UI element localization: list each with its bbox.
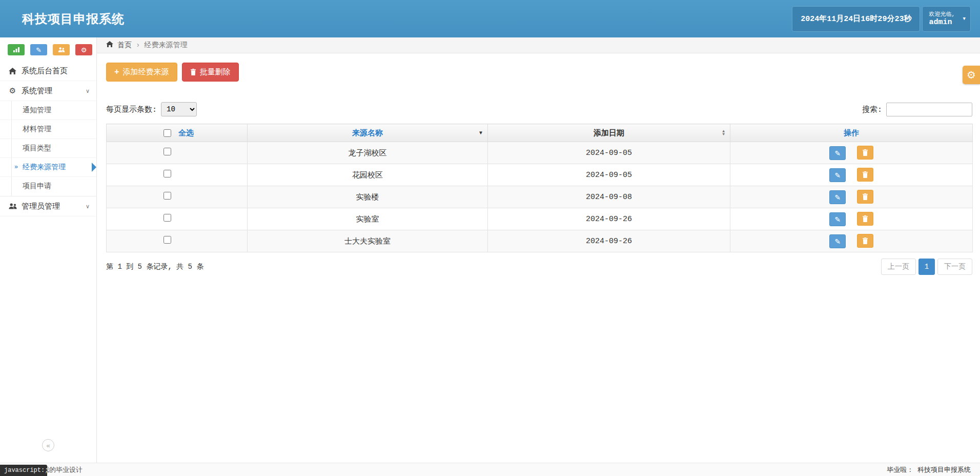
footer-system-name: 毕业啦： 科技项目申报系统 (887, 465, 971, 474)
sidebar-group-label: 管理员管理 (22, 202, 60, 211)
edit-button[interactable]: ✎ (829, 168, 846, 182)
chart-icon (13, 47, 19, 52)
breadcrumb-current: 经费来源管理 (144, 41, 187, 50)
sidebar-group-system[interactable]: ⚙ 系统管理 ∨ (0, 81, 96, 101)
row-checkbox[interactable] (164, 148, 171, 155)
table-footer: 第 1 到 5 条记录, 共 5 条 上一页 1 下一页 (106, 259, 972, 275)
pagination: 上一页 1 下一页 (881, 259, 972, 275)
actions-cell: ✎ (730, 164, 973, 186)
sidebar-item-label: 经费来源管理 (23, 163, 66, 171)
edit-icon: ✎ (835, 237, 841, 246)
actions-cell: ✎ (730, 186, 973, 208)
date-cell: 2024-09-26 (488, 208, 730, 230)
funding-source-table: 全选 来源名称 ▼ 添加日期 ▲▼ (106, 124, 973, 252)
chevron-down-icon: ∨ (86, 88, 90, 94)
quick-chart-button[interactable] (8, 44, 25, 55)
date-cell: 2024-09-08 (488, 186, 730, 208)
status-bar-tooltip: javascript:; (0, 465, 47, 476)
row-checkbox[interactable] (164, 236, 171, 244)
actions-cell: ✎ (730, 142, 973, 164)
row-checkbox[interactable] (164, 214, 171, 222)
welcome-text: 欢迎光临, (929, 11, 955, 18)
sidebar-item-project-apply[interactable]: 项目申请 (0, 177, 96, 196)
user-caret-icon: ▼ (963, 16, 966, 22)
pencil-icon: ✎ (36, 46, 42, 54)
trash-icon (190, 69, 196, 75)
per-page-select[interactable]: 10 (161, 102, 197, 116)
delete-button[interactable] (857, 234, 873, 248)
select-all-checkbox[interactable] (164, 129, 171, 137)
quick-edit-button[interactable]: ✎ (30, 44, 47, 55)
batch-delete-button[interactable]: 批量删除 (182, 63, 239, 82)
date-cell: 2024-09-26 (488, 230, 730, 252)
quick-settings-button[interactable]: ⚙ (75, 44, 92, 55)
toolbar: + 添加经费来源 批量删除 (106, 63, 972, 82)
sidebar-item-project-type[interactable]: 项目类型 (0, 139, 96, 158)
date-cell: 2024-09-05 (488, 164, 730, 186)
username: admin (929, 18, 955, 27)
sort-caret-icon: ▼ (479, 130, 482, 136)
delete-button[interactable] (857, 212, 873, 226)
gear-icon: ⚙ (8, 86, 17, 96)
plus-icon: + (114, 68, 119, 77)
datetime-display: 2024年11月24日16时29分23秒 (792, 6, 920, 32)
edit-button[interactable]: ✎ (829, 234, 846, 248)
edit-icon: ✎ (835, 149, 841, 157)
trash-icon (862, 193, 868, 200)
active-item-arrow (92, 163, 96, 172)
table-header-row: 全选 来源名称 ▼ 添加日期 ▲▼ (107, 124, 973, 142)
users-icon (58, 47, 65, 52)
sidebar-item-material[interactable]: 材料管理 (0, 120, 96, 139)
edit-button[interactable]: ✎ (829, 212, 846, 226)
user-menu[interactable]: 欢迎光临, admin ▼ (922, 6, 971, 32)
header-right: 2024年11月24日16时29分23秒 欢迎光临, admin ▼ (792, 6, 971, 32)
table-row: 士大夫实验室 2024-09-26 ✎ (107, 230, 973, 252)
source-name-cell: 实验室 (248, 208, 488, 230)
date-cell: 2024-09-05 (488, 142, 730, 164)
column-add-date[interactable]: 添加日期 ▲▼ (488, 124, 730, 142)
sidebar-item-home[interactable]: 系统后台首页 (0, 61, 96, 81)
quick-users-button[interactable] (53, 44, 70, 55)
add-button-label: 添加经费来源 (123, 67, 169, 77)
sidebar-item-funding-source[interactable]: » 经费来源管理 (0, 158, 96, 177)
content: + 添加经费来源 批量删除 每页显示条数: 10 搜索: (97, 53, 980, 275)
next-page-button[interactable]: 下一页 (937, 259, 972, 275)
edit-button[interactable]: ✎ (829, 146, 846, 160)
edit-icon: ✎ (835, 193, 841, 202)
add-funding-source-button[interactable]: + 添加经费来源 (106, 63, 177, 82)
select-all-header: 全选 (107, 124, 248, 142)
table-row: 龙子湖校区 2024-09-05 ✎ (107, 142, 973, 164)
column-actions: 操作 (730, 124, 973, 142)
delete-button[interactable] (857, 146, 873, 160)
select-all-label: 全选 (178, 128, 194, 138)
quick-icons: ✎ ⚙ (0, 37, 96, 61)
breadcrumb-home[interactable]: 首页 (117, 41, 132, 50)
prev-page-button[interactable]: 上一页 (881, 259, 916, 275)
table-controls: 每页显示条数: 10 搜索: (106, 102, 972, 116)
main-area: 首页 › 经费来源管理 ⚙ + 添加经费来源 批量删除 (97, 37, 980, 463)
app-header: 科技项目申报系统 2024年11月24日16时29分23秒 欢迎光临, admi… (0, 0, 980, 37)
edit-button[interactable]: ✎ (829, 190, 846, 204)
batch-delete-label: 批量删除 (200, 67, 231, 77)
page-number-button[interactable]: 1 (918, 259, 935, 275)
source-name-cell: 实验楼 (248, 186, 488, 208)
system-submenu: 通知管理 材料管理 项目类型 » 经费来源管理 项目申请 (0, 101, 96, 196)
trash-icon (862, 215, 868, 222)
delete-button[interactable] (857, 168, 873, 182)
trash-icon (862, 237, 868, 244)
delete-button[interactable] (857, 190, 873, 204)
source-name-cell: 士大夫实验室 (248, 230, 488, 252)
home-icon (106, 41, 113, 49)
actions-cell: ✎ (730, 230, 973, 252)
search-input[interactable] (886, 103, 972, 116)
row-checkbox[interactable] (164, 192, 171, 200)
column-source-name[interactable]: 来源名称 ▼ (248, 124, 488, 142)
sidebar-item-notice[interactable]: 通知管理 (0, 101, 96, 120)
table-row: 花园校区 2024-09-05 ✎ (107, 164, 973, 186)
sidebar-group-admin[interactable]: 管理员管理 ∨ (0, 196, 96, 216)
row-checkbox[interactable] (164, 170, 171, 177)
trash-icon (862, 171, 868, 178)
sidebar-collapse-button[interactable]: « (42, 439, 54, 451)
sort-both-icon: ▲▼ (722, 130, 725, 136)
settings-gear-button[interactable]: ⚙ (963, 66, 980, 84)
